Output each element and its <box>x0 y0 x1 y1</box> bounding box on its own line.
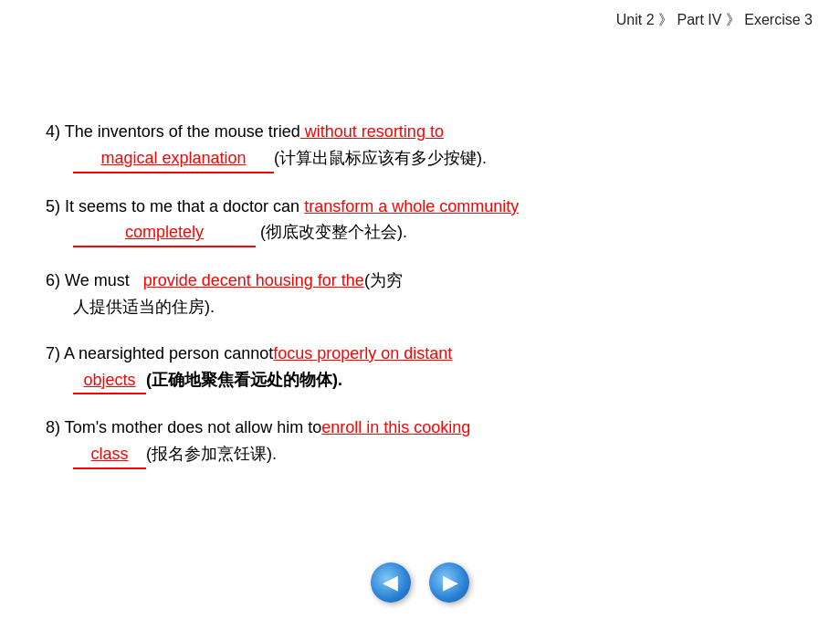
item4-number: 4) The inventors of the mouse tried <box>46 122 300 141</box>
item5-line2: completely (彻底改变整个社会). <box>46 219 794 247</box>
exercise-item-8: 8) Tom's mother does not allow him toenr… <box>46 415 794 469</box>
item4-line2: magical explanation(计算出鼠标应该有多少按键). <box>46 145 794 173</box>
item4-chinese: (计算出鼠标应该有多少按键). <box>274 149 487 167</box>
breadcrumb: Unit 2 》 Part IV 》 Exercise 3 <box>616 11 813 30</box>
exercise-item-4: 4) The inventors of the mouse tried with… <box>46 119 794 173</box>
exercise-item-5: 5) It seems to me that a doctor can tran… <box>46 194 794 248</box>
item7-chinese: (正确地聚焦看远处的物体). <box>146 371 342 389</box>
exercise-item-6: 6) We must provide decent housing for th… <box>46 268 794 320</box>
item5-text1: 5) It seems to me that a doctor can <box>46 197 299 215</box>
exercise-item-7: 7) A nearsighted person cannotfocus prop… <box>46 341 794 395</box>
next-arrow-icon: ▶ <box>443 572 458 593</box>
item6-answer1: provide decent housing for the <box>143 271 364 289</box>
item4-answer1: without resorting to <box>300 122 444 141</box>
item6-text1: 6) We must <box>46 271 143 289</box>
header-text: Unit 2 》 Part IV 》 Exercise 3 <box>616 12 813 27</box>
next-button[interactable]: ▶ <box>429 562 469 603</box>
item6-after1: (为穷 <box>364 271 403 289</box>
item5-chinese: (彻底改变整个社会). <box>260 223 407 241</box>
item8-answer1: enroll in this cooking <box>321 418 470 436</box>
item8-chinese: (报名参加烹饪课). <box>146 445 277 463</box>
item7-answer2: objects <box>73 367 146 395</box>
item8-line2: class(报名参加烹饪课). <box>46 441 794 469</box>
prev-arrow-icon: ◀ <box>383 572 398 593</box>
nav-buttons: ◀ ▶ <box>371 562 469 603</box>
item7-line2: objects(正确地聚焦看远处的物体). <box>46 367 794 395</box>
item7-text1: 7) A nearsighted person cannot <box>46 344 273 362</box>
item5-answer2: completely <box>73 219 256 247</box>
item6-line2: 人提供适当的住房). <box>46 294 794 320</box>
item8-answer2: class <box>73 441 146 469</box>
prev-button[interactable]: ◀ <box>371 562 411 603</box>
item5-answer1: transform a whole community <box>304 197 519 215</box>
item8-text1: 8) Tom's mother does not allow him to <box>46 418 321 436</box>
item4-answer2: magical explanation <box>73 145 274 173</box>
exercise-content: 4) The inventors of the mouse tried with… <box>46 119 794 489</box>
item6-after2: 人提供适当的住房). <box>73 298 215 316</box>
item7-answer1: focus properly on distant <box>273 344 452 362</box>
